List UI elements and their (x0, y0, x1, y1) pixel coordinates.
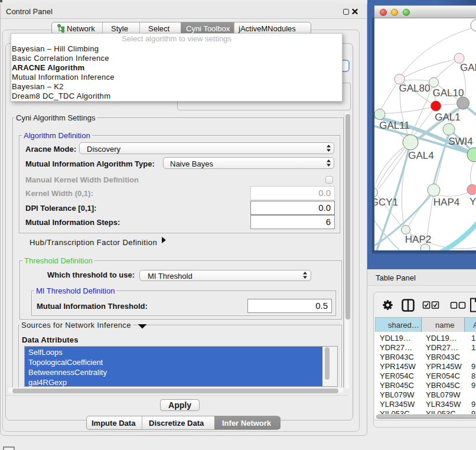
svg-text:SWI4: SWI4 (448, 136, 473, 147)
svg-text:GAL4: GAL4 (408, 150, 433, 161)
svg-text:GAL2: GAL2 (460, 62, 476, 73)
svg-text:GAL1: GAL1 (435, 112, 460, 123)
svg-text:GAL80: GAL80 (399, 83, 431, 94)
svg-text:GAL11: GAL11 (379, 120, 410, 131)
svg-text:YKL0: YKL0 (470, 196, 476, 207)
svg-text:HAP2: HAP2 (405, 234, 431, 245)
svg-text:GCY1: GCY1 (374, 197, 398, 208)
svg-text:GAL10: GAL10 (433, 87, 464, 99)
svg-text:HAP4: HAP4 (433, 197, 459, 208)
